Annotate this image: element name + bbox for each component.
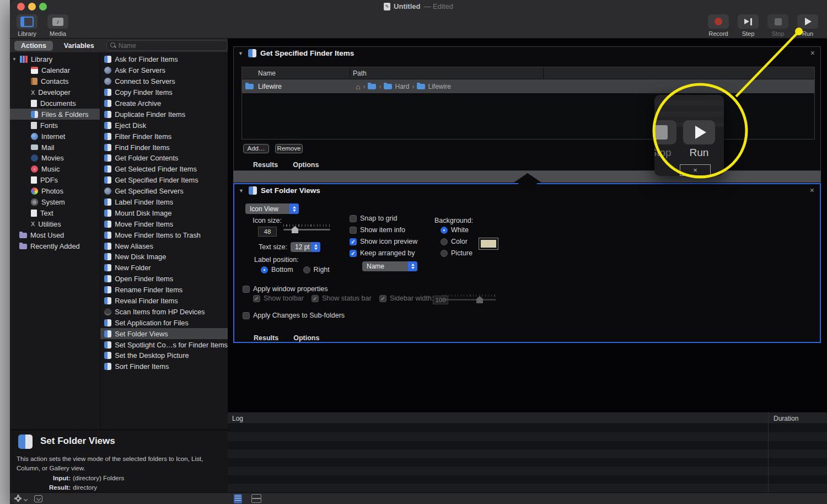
checkbox-option-snap-to-grid[interactable]: Snap to grid: [350, 215, 417, 222]
category-item-recently-added[interactable]: ▼ Recently Added: [10, 240, 100, 251]
category-item-most-used[interactable]: ▼ Most Used: [10, 229, 100, 240]
results-tab[interactable]: Results: [253, 161, 278, 169]
disclosure-triangle-icon[interactable]: ▼: [12, 57, 18, 62]
category-item-fonts[interactable]: ▼ Fonts: [10, 120, 100, 131]
action-item-eject-disk[interactable]: Eject Disk: [100, 120, 228, 131]
category-item-calendar[interactable]: ▼ Calendar: [10, 65, 100, 76]
action-item-scan-items-from-hp-devices[interactable]: Scan Items from HP Devices: [100, 306, 228, 317]
table-row[interactable]: Lifewire ›: [242, 79, 814, 93]
checkbox-option-show-status-bar[interactable]: Show status bar: [312, 294, 372, 302]
toolbar-button-run[interactable]: Run: [795, 14, 820, 37]
action-item-connect-to-servers[interactable]: Connect to Servers: [100, 76, 228, 87]
checkbox-option-show-toolbar[interactable]: Show toolbar: [253, 294, 304, 302]
radio-option-white[interactable]: White: [441, 226, 472, 234]
category-item-files-folders[interactable]: ▼ Files & Folders: [10, 109, 100, 120]
category-item-text[interactable]: ▼ Text: [10, 207, 100, 218]
toolbar-button-media[interactable]: Media: [45, 14, 71, 37]
toolbar-button-step[interactable]: Step: [735, 14, 761, 37]
action-item-rename-finder-items[interactable]: Rename Finder Items: [100, 285, 228, 296]
action-item-duplicate-finder-items[interactable]: Duplicate Finder Items: [100, 109, 228, 120]
action-item-mount-disk-image[interactable]: Mount Disk Image: [100, 207, 228, 218]
category-item-mail[interactable]: ▼ Mail: [10, 142, 100, 153]
options-tab[interactable]: Options: [293, 161, 319, 169]
search-field[interactable]: [106, 40, 228, 51]
action-item-new-disk-image[interactable]: New Disk Image: [100, 251, 228, 262]
slider-thumb[interactable]: [476, 296, 483, 303]
close-action-button[interactable]: ×: [810, 49, 815, 57]
action-item-set-application-for-files[interactable]: Set Application for Files: [100, 317, 228, 328]
checkbox-option-show-item-info[interactable]: Show item info: [350, 226, 417, 234]
category-item-pdfs[interactable]: ▼ PDFs: [10, 175, 100, 186]
action-item-filter-finder-items[interactable]: Filter Finder Items: [100, 131, 228, 142]
radio-option-picture[interactable]: Picture: [441, 249, 472, 257]
action-item-move-finder-items[interactable]: Move Finder Items: [100, 218, 228, 229]
action-item-get-folder-contents[interactable]: Get Folder Contents: [100, 153, 228, 164]
action-item-label-finder-items[interactable]: Label Finder Items: [100, 197, 228, 208]
action-item-new-aliases[interactable]: New Aliases: [100, 240, 228, 251]
category-item-system[interactable]: ▼ System: [10, 197, 100, 208]
action-item-get-selected-finder-items[interactable]: Get Selected Finder Items: [100, 164, 228, 175]
sidebar-width-slider[interactable]: [443, 294, 496, 304]
text-size-popup[interactable]: 12 pt: [291, 242, 320, 252]
chevron-down-icon[interactable]: [24, 497, 28, 501]
action-item-find-finder-items[interactable]: Find Finder Items: [100, 142, 228, 153]
results-tab[interactable]: Results: [254, 334, 278, 342]
view-mode-popup[interactable]: Icon View: [245, 203, 299, 214]
action-item-ask-for-servers[interactable]: Ask For Servers: [100, 65, 228, 76]
action-item-set-spotlight-co-s-for-finder-items[interactable]: Set Spotlight Co…s for Finder Items: [100, 339, 228, 350]
category-item-developer[interactable]: ▼ Developer: [10, 87, 100, 98]
icon-size-slider[interactable]: [283, 224, 330, 234]
add-button[interactable]: Add…: [243, 144, 269, 153]
category-item-movies[interactable]: ▼ Movies: [10, 153, 100, 164]
column-header-path[interactable]: Path: [353, 69, 367, 77]
icon-size-field[interactable]: 48: [258, 227, 277, 237]
checkbox-option-keep-arranged-by[interactable]: Keep arranged by: [350, 249, 417, 257]
category-item-photos[interactable]: ▼ Photos: [10, 186, 100, 197]
keep-arranged-by-popup[interactable]: Name: [362, 261, 417, 271]
gear-icon[interactable]: [16, 496, 20, 501]
action-item-reveal-finder-items[interactable]: Reveal Finder Items: [100, 296, 228, 307]
action-item-get-specified-finder-items[interactable]: Get Specified Finder Items: [100, 175, 228, 186]
action-item-create-archive[interactable]: Create Archive: [100, 98, 228, 109]
action-item-ask-for-finder-items[interactable]: Ask for Finder Items: [100, 54, 228, 65]
disclosure-triangle-icon[interactable]: ▼: [239, 188, 245, 194]
toolbar-button-stop[interactable]: Stop: [765, 14, 791, 37]
tab-variables[interactable]: Variables: [57, 41, 101, 51]
category-item-contacts[interactable]: ▼ Contacts: [10, 76, 100, 87]
toolbar-button-record[interactable]: Record: [706, 14, 731, 37]
disclosure-triangle-icon[interactable]: ▼: [238, 51, 244, 56]
action-item-copy-finder-items[interactable]: Copy Finder Items: [100, 87, 228, 98]
category-item-documents[interactable]: ▼ Documents: [10, 98, 100, 109]
apply-window-properties-checkbox[interactable]: Apply window properties: [243, 285, 328, 293]
checkbox-option-sidebar-width[interactable]: Sidebar width:: [379, 294, 433, 302]
radio-option-color[interactable]: Color: [441, 238, 472, 245]
category-item-library[interactable]: ▼ Library: [10, 54, 100, 65]
color-well[interactable]: [479, 238, 498, 250]
action-item-open-finder-items[interactable]: Open Finder Items: [100, 274, 228, 285]
column-divider[interactable]: [350, 67, 350, 79]
options-tab[interactable]: Options: [293, 334, 319, 342]
log-list-view-icon[interactable]: [234, 494, 242, 503]
log-stack-view-icon[interactable]: [251, 494, 260, 503]
action-item-set-folder-views[interactable]: Set Folder Views: [100, 328, 228, 339]
category-item-music[interactable]: ▼ Music: [10, 164, 100, 175]
category-item-utilities[interactable]: ▼ Utilities: [10, 218, 100, 229]
column-header-name[interactable]: Name: [258, 69, 276, 77]
action-item-new-folder[interactable]: New Folder: [100, 262, 228, 274]
radio-option-right[interactable]: Right: [303, 266, 330, 274]
remove-button[interactable]: Remove: [275, 144, 303, 153]
radio-option-bottom[interactable]: Bottom: [261, 266, 293, 274]
close-action-button[interactable]: ×: [810, 186, 814, 195]
action-item-sort-finder-items[interactable]: Sort Finder Items: [100, 361, 228, 372]
tab-actions[interactable]: Actions: [14, 41, 53, 51]
category-item-internet[interactable]: ▼ Internet: [10, 131, 100, 142]
action-item-set-the-desktop-picture[interactable]: Set the Desktop Picture: [100, 350, 228, 361]
toggle-description-icon[interactable]: [34, 495, 42, 502]
toolbar-button-library[interactable]: Library: [14, 14, 40, 37]
apply-changes-subfolders-checkbox[interactable]: Apply Changes to Sub-folders: [243, 312, 345, 319]
slider-thumb[interactable]: [292, 226, 298, 233]
search-input[interactable]: [119, 42, 224, 50]
action-item-move-finder-items-to-trash[interactable]: Move Finder Items to Trash: [100, 229, 228, 240]
checkbox-option-show-icon-preview[interactable]: Show icon preview: [350, 238, 417, 245]
action-item-get-specified-servers[interactable]: Get Specified Servers: [100, 186, 228, 197]
